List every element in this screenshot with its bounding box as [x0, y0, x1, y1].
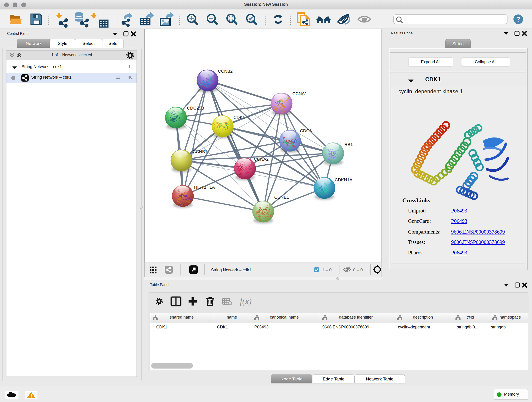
- svg-text:RB1: RB1: [344, 142, 353, 147]
- svg-text:f(x): f(x): [240, 297, 252, 306]
- svg-text:CDK1: CDK1: [234, 115, 245, 120]
- svg-text:CDC6: CDC6: [300, 128, 312, 133]
- svg-text:CCNA1: CCNA1: [292, 91, 307, 96]
- svg-text:1 – 0: 1 – 0: [322, 268, 331, 272]
- svg-text:CCNE1: CCNE1: [274, 195, 289, 200]
- svg-text:CDC25B: CDC25B: [187, 106, 204, 110]
- svg-text:0 – 0: 0 – 0: [353, 268, 363, 272]
- svg-text:CDKN1A: CDKN1A: [335, 177, 352, 182]
- svg-text:CCNB1: CCNB1: [193, 149, 207, 154]
- svg-text:HIST1H1A: HIST1H1A: [194, 185, 215, 190]
- svg-text:CCNB2: CCNB2: [218, 69, 233, 74]
- svg-text:String Network – cdk1: String Network – cdk1: [211, 268, 251, 272]
- svg-text:CCNA2: CCNA2: [254, 157, 268, 162]
